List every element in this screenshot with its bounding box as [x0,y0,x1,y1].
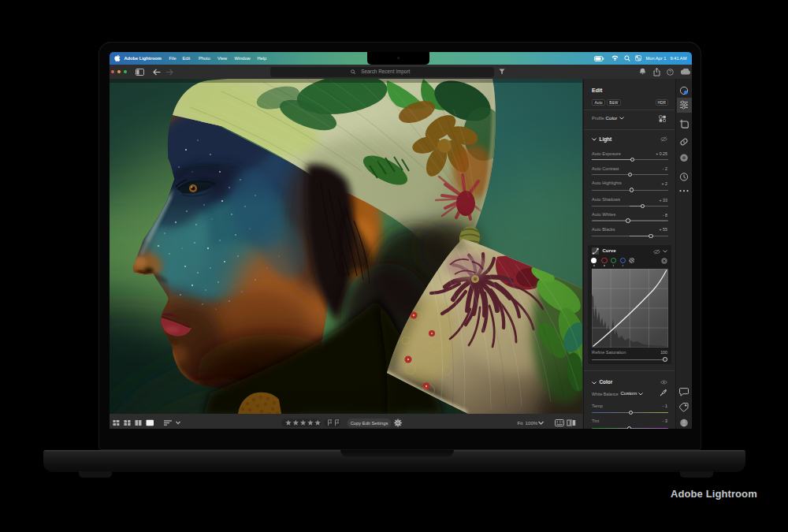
svg-text:100%: 100% [525,420,537,426]
svg-text:Copy Edit Settings: Copy Edit Settings [350,421,388,426]
svg-text:?: ? [669,69,671,74]
svg-text:Fit: Fit [517,420,522,426]
